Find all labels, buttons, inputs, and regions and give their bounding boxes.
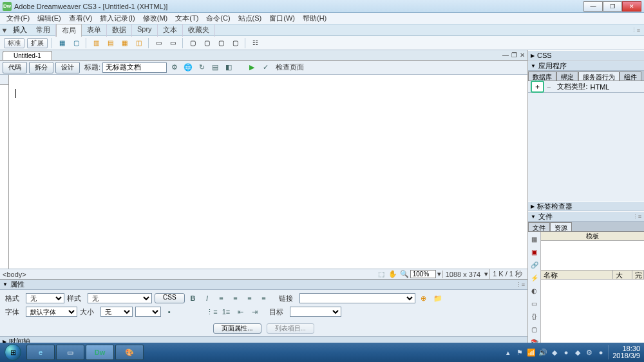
- select-tool-icon[interactable]: ⬚: [375, 269, 387, 280]
- mode-expanded-button[interactable]: 扩展: [27, 38, 48, 48]
- insert-tab-spry[interactable]: Spry: [132, 24, 158, 37]
- tray-network-icon[interactable]: 📶: [527, 348, 536, 357]
- layout-icon-4[interactable]: ▢: [201, 38, 213, 48]
- insert-tab-data[interactable]: 数据: [107, 24, 132, 37]
- outdent-icon[interactable]: ⇤: [234, 306, 246, 318]
- globe-icon[interactable]: 🌐: [182, 62, 194, 73]
- run-icon[interactable]: ▶: [246, 62, 258, 73]
- menu-window[interactable]: 窗口(W): [265, 12, 299, 24]
- images-category-icon[interactable]: ▦: [530, 234, 539, 243]
- taskbar-clock[interactable]: 18:30 2018/3/9: [608, 345, 640, 359]
- menu-file[interactable]: 文件(F): [3, 12, 33, 24]
- insert-tab-forms[interactable]: 表单: [82, 24, 107, 37]
- tray-arrow-icon[interactable]: ▴: [504, 348, 513, 357]
- layout-icon-2[interactable]: ▭: [167, 38, 178, 48]
- zoom-input[interactable]: [410, 270, 436, 278]
- taskbar-item-notepad[interactable]: ▭: [56, 345, 84, 360]
- flash-category-icon[interactable]: ⚡: [530, 273, 539, 282]
- target-select[interactable]: [290, 307, 341, 317]
- tray-flag-icon[interactable]: ⚑: [515, 348, 524, 357]
- frames-icon[interactable]: ☷: [249, 38, 261, 48]
- close-button[interactable]: ✕: [622, 1, 641, 12]
- movies-category-icon[interactable]: ▭: [530, 299, 539, 308]
- align-center-icon[interactable]: ≡: [230, 292, 242, 304]
- zoom-tool-icon[interactable]: 🔍: [399, 269, 410, 280]
- assets-list[interactable]: [541, 280, 644, 347]
- insert-tab-common[interactable]: 常用: [31, 24, 56, 37]
- layout-icon-3[interactable]: ▢: [187, 38, 198, 48]
- align-left-icon[interactable]: ≡: [216, 292, 227, 304]
- files-panel-header[interactable]: 文件 ⋮≡: [528, 211, 644, 222]
- col-full[interactable]: 完: [632, 271, 644, 279]
- menu-edit[interactable]: 编辑(E): [33, 12, 65, 24]
- insert-div-icon[interactable]: ▦: [56, 38, 68, 48]
- toolbar-icon-5[interactable]: ◧: [223, 62, 234, 73]
- view-design-button[interactable]: 设计: [55, 62, 80, 73]
- menu-insert[interactable]: 插入记录(I): [96, 12, 138, 24]
- menu-commands[interactable]: 命令(C): [202, 12, 234, 24]
- urls-category-icon[interactable]: 🔗: [530, 260, 539, 269]
- insert-cell-icon[interactable]: ◫: [133, 38, 144, 48]
- size-select[interactable]: 无: [100, 307, 133, 317]
- point-to-file-icon[interactable]: ⊕: [418, 292, 430, 304]
- panel-menu-icon[interactable]: ⋮≡: [516, 281, 525, 288]
- doc-close-icon[interactable]: ✕: [520, 52, 525, 59]
- refresh-icon[interactable]: ↻: [196, 62, 207, 73]
- tab-server-behaviors[interactable]: 服务器行为: [578, 71, 620, 81]
- tab-files[interactable]: 文件: [528, 222, 550, 231]
- list-ol-icon[interactable]: 1≡: [220, 306, 232, 318]
- align-justify-icon[interactable]: ≡: [258, 292, 270, 304]
- text-color-icon[interactable]: ▪: [164, 306, 175, 318]
- insert-tab-layout[interactable]: 布局: [56, 24, 82, 37]
- tab-database[interactable]: 数据库: [528, 71, 556, 81]
- panel-menu-icon[interactable]: ⋮≡: [632, 213, 641, 220]
- size-unit-select[interactable]: [135, 307, 161, 317]
- insert-tab-favorites[interactable]: 收藏夹: [183, 24, 215, 37]
- tray-icon-generic[interactable]: ●: [596, 348, 605, 357]
- tab-assets[interactable]: 资源: [550, 222, 572, 231]
- tray-icon-generic[interactable]: ●: [562, 348, 571, 357]
- properties-header[interactable]: ▼ 属性 ⋮≡: [0, 280, 527, 290]
- bold-icon[interactable]: B: [187, 292, 199, 304]
- insert-tab-text[interactable]: 文本: [158, 24, 183, 37]
- col-size[interactable]: 大小: [613, 271, 632, 279]
- taskbar-item-paint[interactable]: 🎨: [115, 345, 144, 360]
- document-tab[interactable]: Untitled-1: [3, 51, 52, 60]
- hand-tool-icon[interactable]: ✋: [387, 269, 399, 280]
- css-button[interactable]: CSS: [155, 293, 185, 303]
- design-canvas[interactable]: [9, 85, 527, 269]
- shockwave-category-icon[interactable]: ◐: [530, 286, 539, 295]
- validate-icon[interactable]: ✓: [260, 62, 271, 73]
- tray-volume-icon[interactable]: 🔊: [538, 348, 547, 357]
- link-select[interactable]: [299, 293, 415, 303]
- document-title-input[interactable]: [102, 62, 167, 73]
- add-behavior-button[interactable]: ＋: [531, 81, 544, 93]
- view-code-button[interactable]: 代码: [3, 62, 27, 73]
- font-select[interactable]: 默认字体: [26, 307, 77, 317]
- insert-table-icon[interactable]: ▥: [90, 38, 102, 48]
- menu-help[interactable]: 帮助(H): [299, 12, 330, 24]
- taskbar-item-ie[interactable]: e: [26, 345, 55, 360]
- indent-icon[interactable]: ⇥: [249, 306, 260, 318]
- tag-inspector-header[interactable]: 标签检查器: [528, 201, 644, 211]
- style-select[interactable]: 无: [88, 293, 152, 303]
- insert-row-icon[interactable]: ▤: [104, 38, 116, 48]
- menu-site[interactable]: 站点(S): [234, 12, 266, 24]
- format-select[interactable]: 无: [26, 293, 64, 303]
- check-page-label[interactable]: 检查页面: [276, 62, 304, 72]
- remove-behavior-button[interactable]: −: [547, 83, 551, 91]
- panel-menu-icon[interactable]: ⋮≡: [631, 27, 640, 33]
- insert-bar-expand-icon[interactable]: ▼: [0, 26, 9, 34]
- toolbar-icon-4[interactable]: ▤: [209, 62, 221, 73]
- templates-category-icon[interactable]: ▢: [530, 325, 539, 334]
- page-properties-button[interactable]: 页面属性...: [213, 323, 261, 334]
- tab-components[interactable]: 组件: [620, 71, 641, 81]
- col-name[interactable]: 名称: [541, 271, 613, 279]
- tray-icon-generic[interactable]: ◆: [573, 348, 582, 357]
- list-ul-icon[interactable]: ⋮≡: [206, 306, 218, 318]
- mode-standard-button[interactable]: 标准: [4, 38, 24, 48]
- colors-category-icon[interactable]: ▣: [530, 247, 539, 256]
- start-button[interactable]: ⊞: [0, 343, 26, 362]
- minimize-button[interactable]: —: [583, 1, 603, 12]
- layout-icon-1[interactable]: ▭: [153, 38, 164, 48]
